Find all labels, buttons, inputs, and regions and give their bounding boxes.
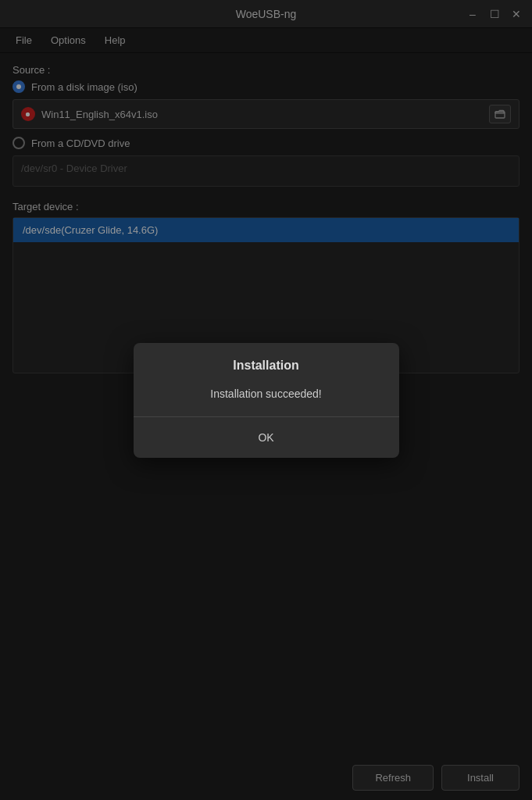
modal-header: Installation bbox=[134, 343, 399, 380]
modal-ok-button[interactable]: OK bbox=[242, 428, 289, 447]
modal-title: Installation bbox=[233, 359, 298, 372]
main-window: WoeUSB-ng – ☐ ✕ File Options Help Source… bbox=[0, 0, 532, 800]
modal-dialog: Installation Installation succeeded! OK bbox=[134, 343, 399, 458]
modal-message: Installation succeeded! bbox=[210, 388, 321, 400]
modal-body: Installation succeeded! bbox=[134, 380, 399, 416]
modal-overlay: Installation Installation succeeded! OK bbox=[0, 0, 532, 800]
modal-footer: OK bbox=[134, 417, 399, 458]
